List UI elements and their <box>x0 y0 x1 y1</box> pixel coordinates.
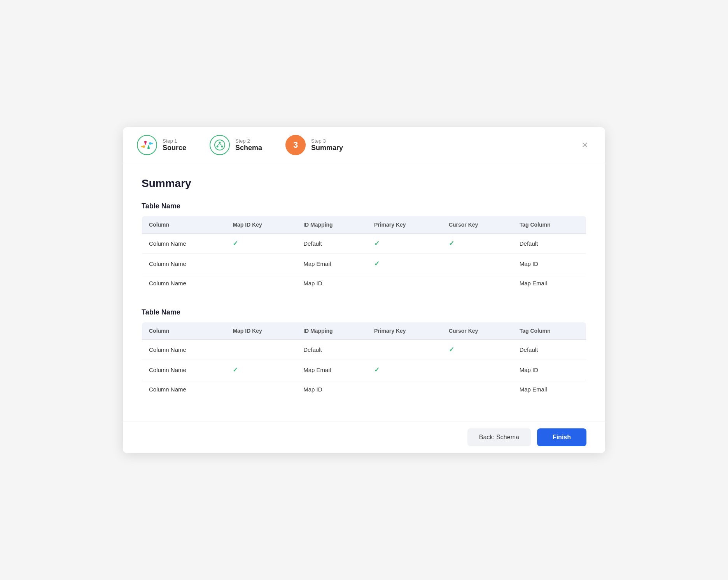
col-map-id-key: ✓ <box>226 360 296 380</box>
col-map-id-key <box>226 253 296 274</box>
th-primary-key-1: Primary Key <box>367 216 442 233</box>
step-1-label: Step 1 <box>163 138 186 144</box>
col-tag-column: Map ID <box>513 360 586 380</box>
svg-line-13 <box>220 143 222 145</box>
step-2-text: Step 2 Schema <box>235 138 262 152</box>
data-table-1: Column Map ID Key ID Mapping Primary Key… <box>142 216 586 293</box>
th-tag-column-2: Tag Column <box>513 322 586 339</box>
col-map-id-key <box>226 339 296 360</box>
col-tag-column: Default <box>513 233 586 253</box>
col-tag-column: Map Email <box>513 380 586 398</box>
step-3-text: Step 3 Summary <box>311 138 343 152</box>
col-map-id-key <box>226 380 296 398</box>
step-1-name: Source <box>163 144 186 152</box>
close-button[interactable]: × <box>579 138 591 152</box>
modal-footer: Back: Schema Finish <box>123 421 605 453</box>
col-tag-column: Map ID <box>513 253 586 274</box>
col-name: Column Name <box>142 274 226 292</box>
th-column-2: Column <box>142 322 226 339</box>
modal-header: Step 1 Source Step 2 Schema <box>123 127 605 163</box>
step-3-name: Summary <box>311 144 343 152</box>
col-primary-key <box>367 274 442 292</box>
table-row: Column Name Map Email ✓ Map ID <box>142 253 586 274</box>
page-title: Summary <box>142 177 586 190</box>
check-icon: ✓ <box>449 240 454 247</box>
th-cursor-key-2: Cursor Key <box>442 322 513 339</box>
col-id-mapping: Map Email <box>296 360 367 380</box>
th-id-mapping-1: ID Mapping <box>296 216 367 233</box>
col-cursor-key: ✓ <box>442 233 513 253</box>
col-name: Column Name <box>142 360 226 380</box>
data-table-2: Column Map ID Key ID Mapping Primary Key… <box>142 322 586 399</box>
table-row: Column Name Map ID Map Email <box>142 380 586 398</box>
th-primary-key-2: Primary Key <box>367 322 442 339</box>
svg-rect-3 <box>149 143 153 144</box>
table-1-header-row: Column Map ID Key ID Mapping Primary Key… <box>142 216 586 233</box>
th-map-id-key-1: Map ID Key <box>226 216 296 233</box>
col-primary-key: ✓ <box>367 233 442 253</box>
col-name: Column Name <box>142 380 226 398</box>
col-id-mapping: Default <box>296 339 367 360</box>
step-3-label: Step 3 <box>311 138 343 144</box>
col-id-mapping: Map ID <box>296 380 367 398</box>
th-tag-column-1: Tag Column <box>513 216 586 233</box>
col-primary-key: ✓ <box>367 360 442 380</box>
check-icon: ✓ <box>374 240 380 247</box>
col-name: Column Name <box>142 339 226 360</box>
col-id-mapping: Map ID <box>296 274 367 292</box>
col-cursor-key <box>442 274 513 292</box>
slack-icon <box>141 139 153 151</box>
col-cursor-key <box>442 360 513 380</box>
step-3-number: 3 <box>293 140 298 150</box>
svg-rect-7 <box>141 146 145 147</box>
check-icon: ✓ <box>233 240 238 247</box>
table-row: Column Name ✓ Default ✓ ✓ Default <box>142 233 586 253</box>
th-map-id-key-2: Map ID Key <box>226 322 296 339</box>
col-name: Column Name <box>142 253 226 274</box>
svg-rect-5 <box>148 145 149 149</box>
col-tag-column: Map Email <box>513 274 586 292</box>
step-2-icon <box>210 135 230 155</box>
step-1-text: Step 1 Source <box>163 138 186 152</box>
col-cursor-key <box>442 253 513 274</box>
col-primary-key: ✓ <box>367 253 442 274</box>
svg-line-12 <box>217 143 220 145</box>
step-3-summary[interactable]: 3 Step 3 Summary <box>285 135 343 155</box>
step-1-icon <box>137 135 157 155</box>
svg-point-11 <box>221 145 223 147</box>
col-id-mapping: Default <box>296 233 367 253</box>
col-cursor-key: ✓ <box>442 339 513 360</box>
col-cursor-key <box>442 380 513 398</box>
step-2-label: Step 2 <box>235 138 262 144</box>
schema-icon <box>214 139 226 151</box>
table-row: Column Name ✓ Map Email ✓ Map ID <box>142 360 586 380</box>
svg-point-8 <box>215 140 225 150</box>
step-3-icon: 3 <box>285 135 306 155</box>
check-icon: ✓ <box>233 366 238 374</box>
table-section-1: Table Name Column Map ID Key ID Mapping … <box>142 202 586 293</box>
col-id-mapping: Map Email <box>296 253 367 274</box>
modal-body: Summary Table Name Column Map ID Key ID … <box>123 163 605 453</box>
svg-point-9 <box>219 142 221 143</box>
table-2-header-row: Column Map ID Key ID Mapping Primary Key… <box>142 322 586 339</box>
col-map-id-key: ✓ <box>226 233 296 253</box>
table-2-name: Table Name <box>142 308 586 316</box>
col-map-id-key <box>226 274 296 292</box>
svg-point-10 <box>217 145 219 147</box>
table-section-2: Table Name Column Map ID Key ID Mapping … <box>142 308 586 399</box>
step-1-source[interactable]: Step 1 Source <box>137 135 186 155</box>
modal-container: Step 1 Source Step 2 Schema <box>123 127 605 453</box>
col-primary-key <box>367 339 442 360</box>
back-button[interactable]: Back: Schema <box>467 428 531 446</box>
check-icon: ✓ <box>449 346 454 353</box>
finish-button[interactable]: Finish <box>537 428 586 446</box>
table-row: Column Name Map ID Map Email <box>142 274 586 292</box>
th-cursor-key-1: Cursor Key <box>442 216 513 233</box>
col-name: Column Name <box>142 233 226 253</box>
svg-rect-1 <box>145 141 146 145</box>
check-icon: ✓ <box>374 260 380 267</box>
step-2-schema[interactable]: Step 2 Schema <box>210 135 262 155</box>
check-icon: ✓ <box>374 366 380 374</box>
col-tag-column: Default <box>513 339 586 360</box>
th-column-1: Column <box>142 216 226 233</box>
